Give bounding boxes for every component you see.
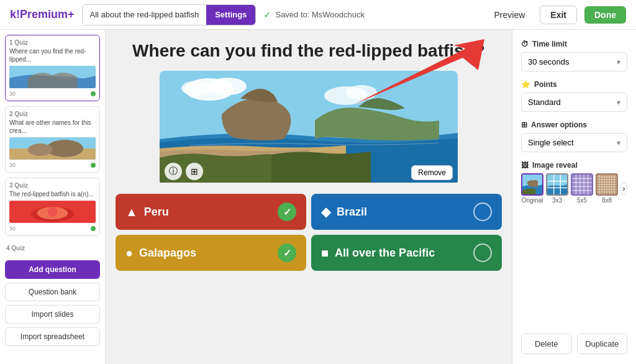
image-reveal-options: Original 3x3 bbox=[521, 173, 627, 204]
answer-left-pacific: ■ All over the Pacific bbox=[321, 246, 435, 260]
answer-options-dropdown[interactable]: Single select ▾ bbox=[521, 133, 627, 152]
header: k!Premium+ All about the red-lipped batf… bbox=[0, 0, 636, 30]
svg-point-9 bbox=[48, 207, 58, 217]
reveal-3x3-wrap: 3x3 bbox=[546, 173, 568, 204]
image-edit-button[interactable]: ⊞ bbox=[186, 163, 203, 180]
answer-text-galapagos: Galapagos bbox=[139, 247, 196, 260]
time-limit-dropdown[interactable]: 30 seconds ▾ bbox=[521, 52, 627, 71]
sidebar: 1 Quiz Where can you find the red-lipped… bbox=[0, 30, 106, 364]
answer-text-brazil: Brazil bbox=[337, 206, 367, 219]
right-panel: ⏱ Time limit 30 seconds ▾ ⭐ Points Stand… bbox=[512, 30, 636, 364]
answer-left-galapagos: ● Galapagos bbox=[125, 246, 196, 260]
image-icon: 🖼 bbox=[521, 161, 529, 170]
sidebar-item-quiz-2[interactable]: 2 Quiz What are other names for this cre… bbox=[5, 106, 100, 173]
quiz-card-2-text: What are other names for this crea... bbox=[9, 119, 96, 135]
answer-left-peru: ▲ Peru bbox=[125, 205, 169, 219]
preview-button[interactable]: Preview bbox=[487, 10, 533, 20]
import-spreadsheet-button[interactable]: Import spreadsheet bbox=[5, 327, 100, 346]
star-icon: ⭐ bbox=[521, 80, 530, 89]
grid-icon: ⊞ bbox=[521, 121, 527, 129]
answer-card-pacific[interactable]: ■ All over the Pacific bbox=[311, 235, 502, 271]
time-limit-section: ⏱ Time limit 30 seconds ▾ bbox=[521, 40, 627, 71]
answer-icon-brazil: ◆ bbox=[321, 204, 330, 219]
sidebar-item-quiz-1[interactable]: 1 Quiz Where can you find the red-lipped… bbox=[5, 35, 100, 101]
settings-button[interactable]: Settings bbox=[206, 5, 255, 25]
answer-icon-galapagos: ● bbox=[125, 246, 133, 260]
answer-check-peru: ✓ bbox=[278, 202, 296, 221]
check-icon: ✓ bbox=[263, 9, 271, 20]
add-question-button[interactable]: Add question bbox=[5, 260, 100, 279]
answer-options-value: Single select bbox=[528, 138, 574, 147]
content-area: Where can you find the red-lipped batfis… bbox=[106, 30, 512, 364]
reveal-original-button[interactable] bbox=[521, 173, 543, 196]
saved-indicator: ✓ Saved to: MsWoodchuck bbox=[263, 9, 365, 20]
quiz-card-2-number: 2 Quiz bbox=[9, 111, 96, 117]
answer-text-peru: Peru bbox=[144, 206, 169, 219]
quiz-card-1-number: 1 Quiz bbox=[9, 39, 28, 46]
reveal-original-wrap: Original bbox=[521, 173, 543, 204]
reveal-5x5-button[interactable] bbox=[571, 173, 593, 196]
answer-options-label: ⊞ Answer options bbox=[521, 121, 627, 129]
main-layout: 1 Quiz Where can you find the red-lipped… bbox=[0, 30, 636, 364]
answer-options-section: ⊞ Answer options Single select ▾ bbox=[521, 121, 627, 152]
reveal-5x5-label: 5x5 bbox=[577, 197, 587, 204]
reveal-5x5-wrap: 5x5 bbox=[571, 173, 593, 204]
reveal-8x8-button[interactable] bbox=[596, 173, 618, 196]
reveal-8x8-label: 8x8 bbox=[602, 197, 612, 204]
points-label: ⭐ Points bbox=[521, 80, 627, 89]
quiz-thumb-2 bbox=[9, 137, 96, 160]
delete-button[interactable]: Delete bbox=[521, 334, 572, 354]
points-dropdown[interactable]: Standard ▾ bbox=[521, 93, 627, 112]
remove-image-button[interactable]: Remove bbox=[411, 165, 453, 180]
chevron-down-icon: ▾ bbox=[617, 58, 620, 66]
svg-point-15 bbox=[346, 85, 377, 100]
image-area: ⓘ ⊞ Remove bbox=[160, 71, 458, 185]
answer-icon-peru: ▲ bbox=[125, 205, 138, 219]
answer-check-galapagos: ✓ bbox=[278, 243, 296, 262]
quiz-dot-2 bbox=[91, 163, 96, 168]
svg-point-5 bbox=[28, 143, 53, 156]
quiz-card-1-text: Where can you find the red-lipped... bbox=[9, 47, 96, 63]
sidebar-item-quiz-3[interactable]: 3 Quiz The red-lipped batfish is a(n)...… bbox=[5, 178, 100, 236]
quiz-dot-1 bbox=[91, 91, 96, 96]
points-section: ⭐ Points Standard ▾ bbox=[521, 80, 627, 112]
answers-grid: ▲ Peru ✓ ◆ Brazil ● Galapagos ✓ bbox=[116, 194, 502, 271]
reveal-8x8-wrap: 8x8 bbox=[596, 173, 618, 204]
answer-check-brazil bbox=[473, 202, 492, 221]
answer-left-brazil: ◆ Brazil bbox=[321, 204, 367, 219]
svg-point-13 bbox=[181, 81, 212, 96]
quiz-card-3-number: 3 Quiz bbox=[9, 182, 96, 189]
logo: k!Premium+ bbox=[10, 8, 75, 21]
time-limit-value: 30 seconds bbox=[528, 57, 570, 66]
answer-card-galapagos[interactable]: ● Galapagos ✓ bbox=[116, 235, 306, 271]
image-controls: ⓘ ⊞ bbox=[165, 163, 203, 180]
exit-button[interactable]: Exit bbox=[540, 6, 577, 24]
chevron-down-icon-2: ▾ bbox=[617, 98, 620, 107]
reveal-next-button[interactable]: › bbox=[620, 182, 627, 196]
quiz-dot-3 bbox=[91, 226, 96, 231]
panel-bottom-buttons: Delete Duplicate bbox=[521, 334, 627, 354]
image-info-button[interactable]: ⓘ bbox=[165, 163, 182, 180]
answer-card-peru[interactable]: ▲ Peru ✓ bbox=[116, 194, 306, 230]
reveal-3x3-button[interactable] bbox=[546, 173, 568, 196]
done-button[interactable]: Done bbox=[584, 6, 626, 24]
answer-icon-pacific: ■ bbox=[321, 246, 329, 260]
answer-text-pacific: All over the Pacific bbox=[335, 247, 435, 260]
answer-card-brazil[interactable]: ◆ Brazil bbox=[311, 194, 502, 230]
duplicate-button[interactable]: Duplicate bbox=[577, 334, 628, 354]
quiz-count-label: 4 Quiz bbox=[5, 245, 100, 252]
quiz-thumb-3 bbox=[9, 201, 96, 223]
question-bank-button[interactable]: Question bank bbox=[5, 283, 100, 301]
clock-icon: ⏱ bbox=[521, 40, 529, 48]
image-reveal-section: 🖼 Image reveal Original bbox=[521, 161, 627, 204]
reveal-3x3-label: 3x3 bbox=[552, 197, 562, 204]
import-slides-button[interactable]: Import slides bbox=[5, 305, 100, 324]
reveal-original-label: Original bbox=[522, 197, 543, 204]
quiz-title: All about the red-lipped batfish bbox=[83, 5, 207, 25]
saved-text: Saved to: MsWoodchuck bbox=[275, 10, 365, 19]
quiz-card-3-text: The red-lipped batfish is a(n)... bbox=[9, 190, 96, 198]
image-reveal-label: 🖼 Image reveal bbox=[521, 161, 627, 170]
points-value: Standard bbox=[528, 98, 561, 107]
question-text: Where can you find the red-lipped batfis… bbox=[116, 40, 502, 62]
svg-rect-24 bbox=[572, 175, 592, 194]
